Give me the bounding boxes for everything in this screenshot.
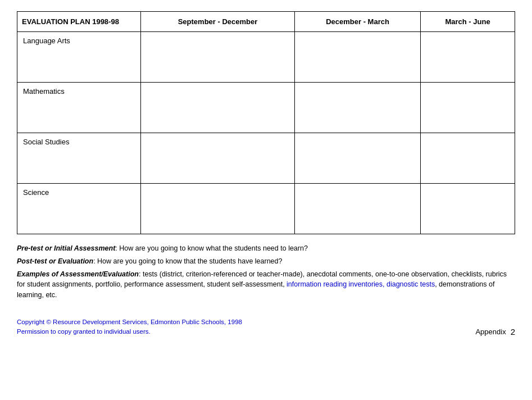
header-col2: September - December	[141, 12, 295, 32]
notes-line2-text: : How are you going to know that the stu…	[93, 257, 282, 265]
notes-line1-text: : How are you going to know what the stu…	[115, 244, 308, 252]
page-number: 2	[511, 327, 515, 337]
table-row: Science	[17, 184, 515, 234]
notes-section: Pre-test or Initial Assessment: How are …	[17, 243, 515, 301]
data-cell-math-sep	[141, 83, 295, 133]
header-col4: March - June	[421, 12, 515, 32]
data-cell-la-sep	[141, 32, 295, 83]
data-cell-sci-dec	[295, 184, 421, 234]
footer-section: Copyright © Resource Development Service…	[17, 317, 515, 337]
header-col1: EVALUATION PLAN 1998-98	[17, 12, 141, 32]
data-cell-ss-mar	[421, 133, 515, 184]
notes-line2-label: Post-test or Evaluation	[17, 257, 93, 265]
notes-line1: Pre-test or Initial Assessment: How are …	[17, 243, 515, 254]
data-cell-sci-sep	[141, 184, 295, 234]
data-cell-ss-dec	[295, 133, 421, 184]
notes-line3: Examples of Assessment/Evaluation: tests…	[17, 269, 515, 301]
subject-mathematics: Mathematics	[17, 83, 141, 133]
table-row: Social Studies	[17, 133, 515, 184]
copyright-line1: Copyright © Resource Development Service…	[17, 317, 242, 327]
notes-line1-label: Pre-test or Initial Assessment	[17, 244, 115, 252]
subject-social-studies: Social Studies	[17, 133, 141, 184]
appendix-label: Appendix	[475, 328, 506, 336]
data-cell-la-dec	[295, 32, 421, 83]
header-col3: December - March	[295, 12, 421, 32]
table-row: Mathematics	[17, 83, 515, 133]
data-cell-math-dec	[295, 83, 421, 133]
evaluation-table: EVALUATION PLAN 1998-98 September - Dece…	[17, 11, 515, 234]
copyright-line2: Permission to copy granted to individual…	[17, 327, 242, 337]
data-cell-math-mar	[421, 83, 515, 133]
data-cell-sci-mar	[421, 184, 515, 234]
notes-line3-label: Examples of Assessment/Evaluation	[17, 270, 139, 278]
notes-line2: Post-test or Evaluation: How are you goi…	[17, 256, 515, 267]
footer-copyright: Copyright © Resource Development Service…	[17, 317, 242, 337]
data-cell-la-mar	[421, 32, 515, 83]
subject-science: Science	[17, 184, 141, 234]
data-cell-ss-sep	[141, 133, 295, 184]
page-container: EVALUATION PLAN 1998-98 September - Dece…	[17, 11, 515, 337]
footer-appendix: Appendix 2	[475, 327, 515, 337]
table-row: Language Arts	[17, 32, 515, 83]
notes-line3-highlight: information reading inventories, diagnos…	[287, 280, 435, 288]
subject-language-arts: Language Arts	[17, 32, 141, 83]
